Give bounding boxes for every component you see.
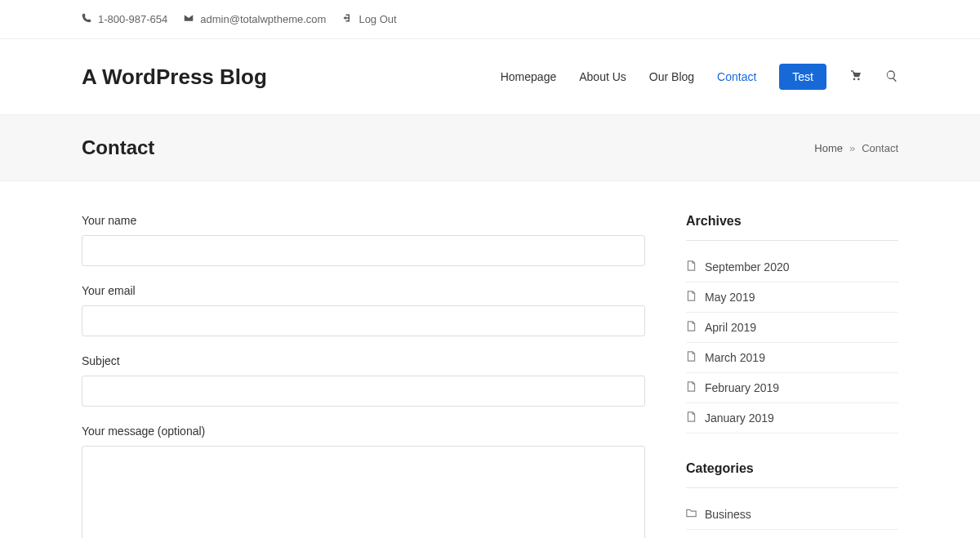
email-label: Your email — [82, 284, 645, 297]
main-nav: Homepage About Us Our Blog Contact Test — [501, 64, 898, 90]
breadcrumb-separator: » — [849, 142, 855, 154]
categories-title: Categories — [686, 461, 898, 488]
message-label: Your message (optional) — [82, 425, 645, 438]
site-title[interactable]: A WordPress Blog — [82, 64, 267, 90]
contact-form: Your name Your email Subject Your messag… — [82, 214, 645, 538]
subject-label: Subject — [82, 354, 645, 367]
email-input[interactable] — [82, 305, 645, 336]
file-icon — [686, 381, 697, 394]
topbar-phone[interactable]: 1-800-987-654 — [82, 13, 167, 25]
archive-link[interactable]: April 2019 — [686, 313, 898, 343]
archives-widget: Archives September 2020 May 2019 April 2… — [686, 214, 898, 434]
envelope-icon — [184, 13, 194, 25]
breadcrumb-home[interactable]: Home — [814, 142, 843, 154]
topbar-logout[interactable]: Log Out — [342, 13, 396, 25]
file-icon — [686, 321, 697, 334]
search-icon[interactable] — [885, 69, 898, 85]
file-icon — [686, 260, 697, 273]
archives-title: Archives — [686, 214, 898, 241]
categories-widget: Categories Business Design — [686, 461, 898, 538]
breadcrumb-current: Contact — [862, 142, 898, 154]
header: A WordPress Blog Homepage About Us Our B… — [0, 39, 980, 114]
topbar-logout-text: Log Out — [359, 13, 396, 25]
folder-icon — [686, 508, 697, 521]
category-link[interactable]: Design — [686, 530, 898, 538]
archive-link[interactable]: January 2019 — [686, 403, 898, 434]
message-input[interactable] — [82, 446, 645, 538]
topbar-email-text: admin@totalwptheme.com — [200, 13, 326, 25]
name-input[interactable] — [82, 235, 645, 266]
cart-icon[interactable] — [849, 69, 862, 85]
archive-link[interactable]: March 2019 — [686, 343, 898, 373]
topbar-email[interactable]: admin@totalwptheme.com — [184, 13, 326, 25]
breadcrumb: Home » Contact — [814, 142, 898, 154]
category-link[interactable]: Business — [686, 500, 898, 530]
archive-link[interactable]: May 2019 — [686, 282, 898, 313]
topbar: 1-800-987-654 admin@totalwptheme.com Log… — [0, 0, 980, 39]
page-title: Contact — [82, 136, 154, 159]
subject-input[interactable] — [82, 376, 645, 407]
sidebar: Archives September 2020 May 2019 April 2… — [686, 214, 898, 538]
nav-homepage[interactable]: Homepage — [501, 70, 557, 83]
nav-test-button[interactable]: Test — [779, 64, 826, 90]
file-icon — [686, 411, 697, 425]
nav-contact[interactable]: Contact — [717, 70, 756, 83]
name-label: Your name — [82, 214, 645, 227]
archive-link[interactable]: February 2019 — [686, 373, 898, 403]
nav-blog[interactable]: Our Blog — [649, 70, 694, 83]
page-header: Contact Home » Contact — [0, 114, 980, 181]
file-icon — [686, 291, 697, 304]
phone-icon — [82, 13, 91, 25]
logout-icon — [342, 13, 352, 25]
archive-link[interactable]: September 2020 — [686, 252, 898, 282]
file-icon — [686, 351, 697, 364]
nav-about[interactable]: About Us — [579, 70, 626, 83]
content: Your name Your email Subject Your messag… — [82, 181, 898, 538]
topbar-phone-text: 1-800-987-654 — [98, 13, 167, 25]
